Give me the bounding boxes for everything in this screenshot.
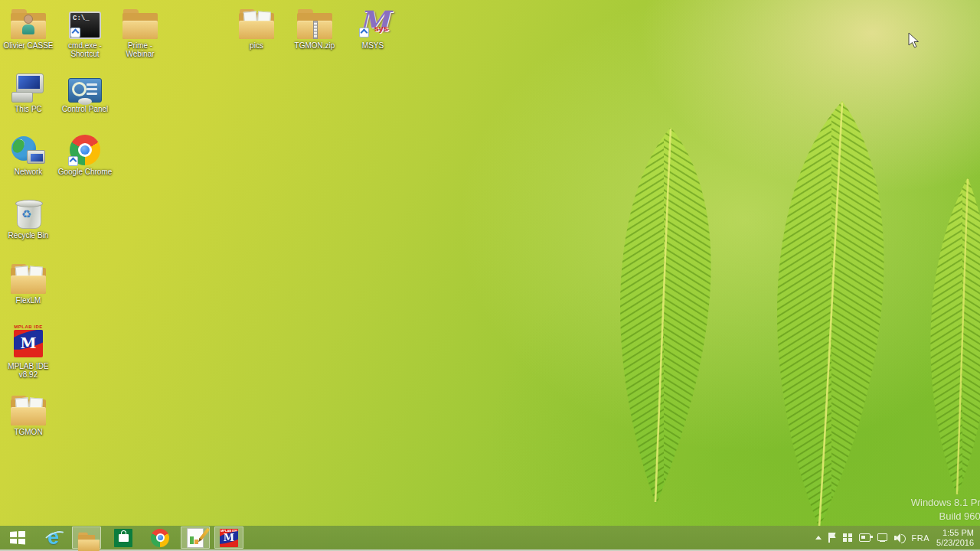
- file-explorer-icon: [78, 534, 95, 550]
- action-center-flag-icon[interactable]: [828, 533, 836, 543]
- icon-label: FlexLM: [1, 296, 56, 305]
- desktop-icon-mplab-ide[interactable]: MPLAB IDE M MPLAB IDE v8.92: [1, 324, 56, 379]
- taskbar-windows-store[interactable]: [109, 527, 138, 549]
- icon-label: Olivier CASSE: [1, 41, 56, 50]
- icon-label: Network: [1, 168, 56, 176]
- icon-label: TGMON: [1, 428, 56, 436]
- desktop-icon-tgmon-zip[interactable]: TGMON.zip: [287, 4, 342, 50]
- windows-watermark: Windows 8.1 Pro Build 9600: [911, 496, 980, 523]
- icon-label: TGMON.zip: [287, 41, 342, 50]
- system-tray: FRA 1:55 PM 5/23/2016: [815, 528, 980, 548]
- start-button[interactable]: [3, 527, 32, 549]
- desktop: Olivier CASSE C:\_ cmd.exe - Shortcut Pr…: [0, 0, 980, 551]
- icon-label: cmd.exe - Shortcut: [57, 41, 113, 58]
- desktop-icon-olivier-casse[interactable]: Olivier CASSE: [1, 4, 56, 50]
- chrome-icon: [70, 135, 100, 165]
- language-indicator[interactable]: FRA: [912, 533, 930, 543]
- store-icon: [114, 529, 132, 547]
- icon-label: Google Chrome: [57, 168, 113, 176]
- user-folder-icon: [11, 13, 46, 39]
- shortcut-arrow-icon: [70, 28, 80, 37]
- icon-label: MSYS: [345, 41, 400, 50]
- desktop-icon-tgmon[interactable]: TGMON: [1, 390, 56, 436]
- icon-label: This PC: [1, 105, 56, 113]
- taskbar-file-explorer[interactable]: [72, 527, 101, 549]
- desktop-icon-control-panel[interactable]: Control Panel: [57, 67, 113, 113]
- folder-icon: [11, 399, 46, 425]
- recycle-bin-icon: ♻: [15, 198, 41, 229]
- taskbar-internet-explorer[interactable]: e: [40, 527, 69, 549]
- network-icon: [11, 136, 45, 165]
- taskbar-chrome[interactable]: [145, 527, 175, 549]
- msys-icon: M sys: [356, 8, 390, 39]
- desktop-icon-cmd-shortcut[interactable]: C:\_ cmd.exe - Shortcut: [57, 4, 113, 58]
- installer-doc-icon: [187, 528, 204, 548]
- icon-label: pics: [229, 41, 284, 50]
- desktop-icon-this-pc[interactable]: This PC: [1, 67, 56, 113]
- taskbar: e MPLAB IDE M: [0, 526, 980, 551]
- shortcut-arrow-icon: [359, 28, 369, 37]
- power-plug-icon[interactable]: [859, 533, 871, 542]
- control-panel-icon: [68, 78, 102, 103]
- shortcut-arrow-icon: [68, 156, 78, 166]
- taskbar-mplab-ide[interactable]: MPLAB IDE M: [214, 527, 243, 549]
- tray-windows-grid-icon[interactable]: [843, 533, 852, 543]
- mplab-icon: MPLAB IDE M: [10, 324, 47, 360]
- icon-label: MPLAB IDE v8.92: [1, 362, 56, 379]
- folder-icon: [11, 268, 46, 294]
- taskbar-installer[interactable]: [181, 527, 210, 549]
- folder-icon: [239, 13, 274, 39]
- computer-icon: [11, 73, 45, 103]
- zip-folder-icon: [297, 13, 332, 39]
- clock[interactable]: 1:55 PM 5/23/2016: [936, 528, 974, 548]
- show-hidden-icons-chevron[interactable]: [815, 536, 822, 540]
- wallpaper-leaves: [0, 0, 980, 551]
- internet-explorer-icon: e: [44, 529, 64, 547]
- tray-network-icon[interactable]: [877, 533, 887, 542]
- windows-logo-icon: [10, 531, 25, 545]
- desktop-icon-network[interactable]: Network: [1, 130, 56, 176]
- cmd-icon: C:\_: [69, 11, 101, 39]
- desktop-icon-google-chrome[interactable]: Google Chrome: [57, 130, 113, 176]
- desktop-icon-recycle-bin[interactable]: ♻ Recycle Bin: [1, 194, 56, 240]
- icon-label: Prime - Webinar: [113, 41, 168, 58]
- chrome-icon: [151, 529, 169, 547]
- icon-label: Control Panel: [57, 105, 113, 113]
- desktop-icon-msys[interactable]: M sys MSYS: [345, 4, 400, 50]
- date-text: 5/23/2016: [936, 538, 974, 548]
- desktop-icon-pics[interactable]: pics: [229, 4, 284, 50]
- icon-label: Recycle Bin: [1, 231, 56, 240]
- volume-icon[interactable]: [894, 533, 905, 543]
- time-text: 1:55 PM: [936, 528, 974, 538]
- mouse-cursor: [908, 32, 920, 49]
- desktop-icon-prime-webinar[interactable]: Prime - Webinar: [113, 4, 168, 58]
- mplab-icon: MPLAB IDE M: [220, 529, 238, 547]
- folder-icon: [122, 13, 158, 39]
- desktop-icon-flexlm[interactable]: FlexLM: [1, 259, 56, 305]
